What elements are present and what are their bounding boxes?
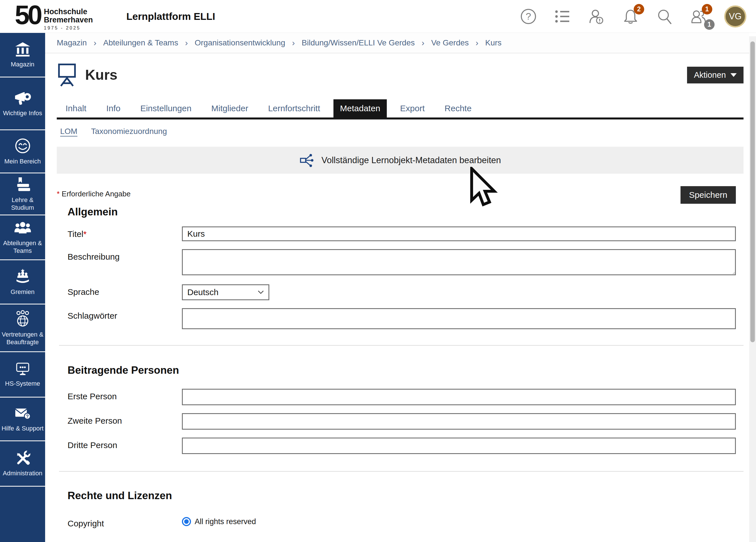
tab-rechte[interactable]: Rechte bbox=[438, 99, 478, 117]
section-heading-rechte: Rechte und Lizenzen bbox=[68, 490, 749, 502]
radio-selected-dot bbox=[184, 519, 189, 524]
beschreibung-textarea[interactable] bbox=[182, 249, 736, 275]
logo-text: Hochschule Bremerhaven 1975 - 2025 bbox=[44, 8, 93, 31]
form-row-dritte-person: Dritte Person bbox=[68, 438, 736, 454]
search-icon bbox=[656, 8, 673, 25]
tab-info[interactable]: Info bbox=[100, 99, 127, 117]
required-note-text: Erforderliche Angabe bbox=[62, 190, 131, 198]
sidebar-item-label: Abteilungen & Teams bbox=[0, 239, 45, 255]
vertical-scrollbar-thumb[interactable] bbox=[750, 41, 755, 342]
sidebar-item-label: Administration bbox=[2, 469, 43, 477]
required-asterisk: * bbox=[57, 190, 60, 198]
committee-icon bbox=[14, 268, 31, 285]
sidebar-item-label: Hilfe & Support bbox=[1, 425, 45, 432]
tab-export[interactable]: Export bbox=[394, 99, 431, 117]
sprache-select[interactable]: Deutsch bbox=[182, 284, 269, 300]
top-bar: 50 Hochschule Bremerhaven 1975 - 2025 Le… bbox=[0, 0, 756, 33]
metadata-hub-icon bbox=[299, 153, 314, 168]
user-status-button[interactable] bbox=[588, 8, 605, 25]
sidebar-item-abteilungen-teams[interactable]: Abteilungen & Teams bbox=[0, 215, 45, 260]
copyright-field-wrap: All rights reserved bbox=[182, 516, 736, 526]
copyright-radio-group: All rights reserved bbox=[182, 516, 736, 526]
titel-required-asterisk: * bbox=[83, 229, 87, 239]
form-row-titel: Titel* bbox=[68, 226, 736, 241]
form-row-zweite-person: Zweite Person bbox=[68, 413, 736, 430]
avatar[interactable]: VG bbox=[724, 5, 746, 28]
header-icon-row: ? bbox=[520, 5, 746, 28]
vertical-scrollbar-track[interactable] bbox=[749, 36, 756, 542]
breadcrumb-item[interactable]: Abteilungen & Teams bbox=[103, 38, 178, 47]
sidebar-item-label: HS-Systeme bbox=[4, 380, 41, 387]
breadcrumb-item[interactable]: Organisationsentwicklung bbox=[195, 38, 285, 47]
erste-person-label: Erste Person bbox=[68, 389, 182, 401]
titel-input[interactable] bbox=[182, 226, 736, 241]
tab-inhalt[interactable]: Inhalt bbox=[59, 99, 93, 117]
people-group-icon bbox=[14, 220, 31, 236]
app-title: Lernplattform ELLI bbox=[126, 11, 215, 22]
sidebar-item-hilfe-support[interactable]: ? Hilfe & Support bbox=[0, 398, 45, 441]
section-heading-beitragende: Beitragende Personen bbox=[68, 364, 749, 376]
edit-full-metadata-banner[interactable]: Vollständige Lernobjekt-Metadaten bearbe… bbox=[57, 147, 744, 174]
form-row-copyright: Copyright All rights reserved bbox=[68, 516, 736, 528]
copyright-radio[interactable] bbox=[182, 517, 191, 526]
tab-metadaten[interactable]: Metadaten bbox=[333, 99, 387, 117]
breadcrumb-item[interactable]: Kurs bbox=[485, 38, 502, 47]
breadcrumb-item[interactable]: Ve Gerdes bbox=[431, 38, 469, 47]
list-icon bbox=[554, 8, 571, 25]
zweite-person-input[interactable] bbox=[182, 413, 736, 430]
logo-50: 50 bbox=[15, 3, 41, 27]
contacts-button[interactable]: 1 1 bbox=[690, 8, 707, 25]
sidebar-item-administration[interactable]: Administration bbox=[0, 441, 45, 487]
edit-full-metadata-label: Vollständige Lernobjekt-Metadaten bearbe… bbox=[322, 155, 501, 165]
sprache-selected-value: Deutsch bbox=[187, 287, 219, 297]
beschreibung-label: Beschreibung bbox=[68, 249, 182, 262]
required-note: * Erforderliche Angabe bbox=[57, 186, 131, 198]
breadcrumb-item[interactable]: Bildung/Wissen/ELLI Ve Gerdes bbox=[302, 38, 415, 47]
help-button[interactable]: ? bbox=[520, 8, 537, 25]
copyright-label: Copyright bbox=[68, 516, 182, 528]
help-icon: ? bbox=[520, 8, 537, 25]
books-icon bbox=[14, 177, 31, 193]
titel-field-wrap bbox=[182, 226, 736, 241]
mail-help-icon: ? bbox=[14, 406, 31, 421]
tab-mitglieder[interactable]: Mitglieder bbox=[205, 99, 255, 117]
section-divider bbox=[59, 471, 744, 472]
tab-lernfortschritt[interactable]: Lernfortschritt bbox=[262, 99, 327, 117]
schlagwoerter-input[interactable] bbox=[182, 308, 736, 329]
copyright-radio-label: All rights reserved bbox=[195, 517, 256, 526]
sidebar-filler bbox=[0, 487, 45, 542]
breadcrumb-separator: › bbox=[421, 38, 424, 48]
subtab-lom[interactable]: LOM bbox=[60, 127, 77, 136]
main-menu-button[interactable] bbox=[554, 8, 571, 25]
actions-button[interactable]: Aktionen bbox=[687, 67, 744, 83]
dritte-person-input[interactable] bbox=[182, 438, 736, 454]
breadcrumb-item[interactable]: Magazin bbox=[57, 38, 87, 47]
section-divider bbox=[59, 345, 744, 346]
tab-bar: Inhalt Info Einstellungen Mitglieder Ler… bbox=[57, 99, 744, 119]
dritte-person-field-wrap bbox=[182, 438, 736, 454]
tab-einstellungen[interactable]: Einstellungen bbox=[134, 99, 198, 117]
sidebar-item-label: Wichtige Infos bbox=[2, 109, 43, 117]
notifications-button[interactable]: 2 bbox=[622, 8, 639, 25]
sidebar-item-label: Magazin bbox=[10, 60, 35, 68]
sidebar-item-mein-bereich[interactable]: Mein Bereich bbox=[0, 130, 45, 173]
app-window: 50 Hochschule Bremerhaven 1975 - 2025 Le… bbox=[0, 0, 756, 542]
sidebar-item-vertretungen[interactable]: Vertretungen & Beauftragte bbox=[0, 304, 45, 352]
save-button[interactable]: Speichern bbox=[681, 186, 736, 204]
sidebar-item-gremien[interactable]: Gremien bbox=[0, 260, 45, 304]
sidebar-item-lehre-studium[interactable]: Lehre & Studium bbox=[0, 173, 45, 215]
search-button[interactable] bbox=[656, 8, 673, 25]
breadcrumb-separator: › bbox=[476, 38, 478, 48]
breadcrumb-separator: › bbox=[292, 38, 295, 48]
subtab-taxonomiezuordnung[interactable]: Taxonomiezuordnung bbox=[91, 127, 167, 136]
sidebar-item-magazin[interactable]: Magazin bbox=[0, 33, 45, 77]
form-row-beschreibung: Beschreibung bbox=[68, 249, 736, 276]
university-logo[interactable]: 50 Hochschule Bremerhaven 1975 - 2025 bbox=[15, 3, 93, 31]
svg-text:?: ? bbox=[526, 11, 531, 22]
erste-person-input[interactable] bbox=[182, 389, 736, 405]
actions-button-label: Aktionen bbox=[694, 70, 726, 80]
chevron-down-icon bbox=[730, 73, 737, 77]
sidebar-item-hs-systeme[interactable]: HS-Systeme bbox=[0, 352, 45, 398]
chevron-down-icon bbox=[258, 290, 264, 294]
sidebar-item-wichtige-infos[interactable]: Wichtige Infos bbox=[0, 77, 45, 130]
